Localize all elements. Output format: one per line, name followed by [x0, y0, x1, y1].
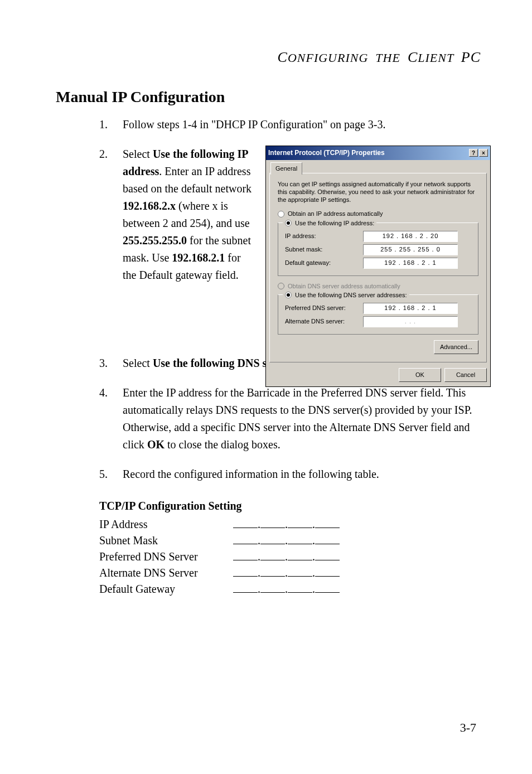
radio-icon [278, 211, 284, 217]
step-5-text: Record the configured information in the… [123, 466, 481, 483]
settings-heading: TCP/IP Configuration Setting [99, 500, 481, 512]
setting-pdns-label: Preferred DNS Server [99, 550, 233, 563]
step-1-text: Follow steps 1-4 in "DHCP IP Configurati… [123, 116, 481, 133]
ok-button[interactable]: OK [399, 368, 441, 382]
dialog-titlebar[interactable]: Internet Protocol (TCP/IP) Properties ? … [266, 146, 490, 160]
tcpip-properties-dialog: Internet Protocol (TCP/IP) Properties ? … [265, 146, 491, 387]
blank-fields: ... [233, 550, 340, 563]
ip-address-label: IP address: [285, 231, 363, 241]
default-gateway-label: Default gateway: [285, 258, 363, 268]
radio-use-dns[interactable]: Use the following DNS server addresses: [283, 291, 409, 300]
ip-address-input[interactable]: 192 . 168 . 2 . 20 [363, 231, 458, 242]
setting-gw-label: Default Gateway [99, 583, 233, 596]
radio-use-ip[interactable]: Use the following IP address: [283, 219, 376, 228]
radio-icon [285, 292, 292, 298]
step-number: 2. [99, 146, 123, 387]
step-number: 4. [99, 384, 123, 453]
step-4-text: Enter the IP address for the Barricade i… [123, 384, 481, 453]
step-number: 5. [99, 466, 123, 483]
ip-group: Use the following IP address: IP address… [278, 222, 478, 276]
preferred-dns-input[interactable]: 192 . 168 . 2 . 1 [363, 303, 458, 314]
close-button[interactable]: × [479, 149, 488, 157]
tab-general[interactable]: General [270, 162, 302, 175]
blank-fields: ... [233, 567, 340, 579]
dns-group: Use the following DNS server addresses: … [278, 294, 478, 335]
setting-ip-label: IP Address [99, 518, 233, 531]
preferred-dns-label: Preferred DNS server: [285, 303, 363, 313]
blank-fields: ... [233, 518, 340, 531]
radio-icon [285, 220, 292, 226]
step-number: 3. [99, 355, 123, 372]
step-number: 1. [99, 116, 123, 133]
cancel-button[interactable]: Cancel [444, 368, 487, 382]
page-number: 3-7 [460, 720, 476, 735]
running-header: CONFIGURING THE CLIENT PC [56, 49, 481, 66]
radio-obtain-ip[interactable]: Obtain an IP address automatically [278, 209, 478, 219]
subnet-mask-label: Subnet mask: [285, 245, 363, 254]
help-button[interactable]: ? [469, 149, 478, 157]
page-title: Manual IP Configuration [56, 88, 481, 106]
alternate-dns-label: Alternate DNS server: [285, 317, 363, 326]
radio-obtain-dns: Obtain DNS server address automatically [278, 282, 478, 291]
blank-fields: ... [233, 534, 340, 547]
setting-subnet-label: Subnet Mask [99, 534, 233, 547]
default-gateway-input[interactable]: 192 . 168 . 2 . 1 [363, 258, 458, 269]
dialog-title: Internet Protocol (TCP/IP) Properties [268, 148, 385, 158]
advanced-button[interactable]: Advanced... [434, 340, 478, 354]
step-2-text: Select Use the following IP address. Ent… [123, 146, 257, 387]
dialog-description: You can get IP settings assigned automat… [278, 180, 478, 204]
subnet-mask-input[interactable]: 255 . 255 . 255 . 0 [363, 244, 458, 255]
setting-adns-label: Alternate DNS Server [99, 567, 233, 579]
radio-icon [278, 283, 284, 289]
settings-table: IP Address... Subnet Mask... Preferred D… [99, 518, 481, 596]
alternate-dns-input[interactable]: . . . [363, 316, 458, 327]
blank-fields: ... [233, 583, 340, 596]
